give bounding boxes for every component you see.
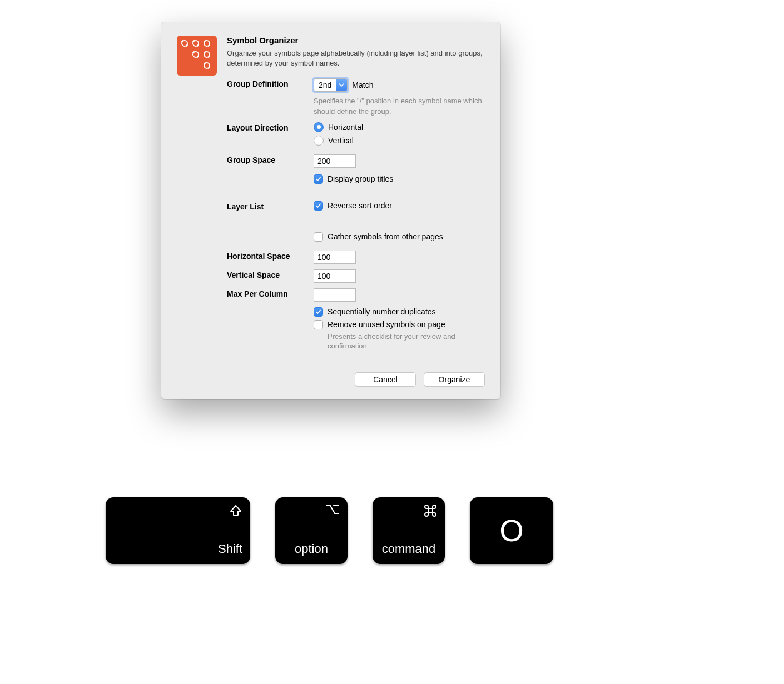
gather-symbols-checkbox[interactable]: Gather symbols from other pages [314,232,485,242]
match-label: Match [352,81,373,89]
cancel-button[interactable]: Cancel [355,372,416,387]
command-key: command [373,497,445,564]
shift-key-label: Shift [218,542,242,556]
gather-symbols-label: Gather symbols from other pages [328,232,443,241]
command-icon [424,504,437,520]
remove-unused-hint: Presents a checklist for your review and… [328,332,485,351]
group-definition-value: 2nd [314,79,336,91]
command-key-label: command [380,542,437,556]
checkbox-unchecked-icon [314,232,323,242]
organize-button[interactable]: Organize [424,372,485,387]
radio-checked-icon [314,122,324,132]
horizontal-space-input[interactable] [314,251,356,264]
radio-unchecked-icon [314,136,324,146]
max-per-column-label: Max Per Column [227,288,314,298]
checkbox-checked-icon [314,174,323,184]
chevron-down-icon [336,79,347,91]
o-key-label: O [499,512,524,548]
reverse-sort-label: Reverse sort order [328,201,392,210]
checkbox-checked-icon [314,201,323,211]
group-definition-hint: Specifies the "/" position in each symbo… [314,96,485,116]
horizontal-space-label: Horizontal Space [227,251,314,261]
o-key: O [470,497,553,564]
shift-key: Shift [106,497,250,564]
group-definition-select[interactable]: 2nd [314,78,348,92]
seq-number-label: Sequentially number duplicates [328,307,436,316]
symbol-organizer-dialog: Symbol Organizer Organize your symbols p… [161,22,500,399]
layout-vertical-label: Vertical [328,136,354,145]
dialog-title: Symbol Organizer [227,36,485,45]
remove-unused-label: Remove unused symbols on page [328,320,445,329]
vertical-space-label: Vertical Space [227,269,314,279]
layout-horizontal-radio[interactable]: Horizontal [314,122,485,132]
layer-list-label: Layer List [227,201,314,211]
remove-unused-checkbox[interactable]: Remove unused symbols on page [314,320,485,329]
layout-vertical-radio[interactable]: Vertical [314,136,485,146]
shift-icon [229,504,242,520]
reverse-sort-checkbox[interactable]: Reverse sort order [314,201,485,211]
layout-direction-label: Layout Direction [227,122,314,132]
group-definition-label: Group Definition [227,78,314,88]
symbol-organizer-app-icon [177,36,217,76]
checkbox-checked-icon [314,307,323,317]
group-space-label: Group Space [227,154,314,164]
layout-horizontal-label: Horizontal [328,123,363,132]
option-key-label: option [283,542,340,556]
option-key: option [275,497,348,564]
keyboard-shortcut: Shift option command O [106,497,553,564]
max-per-column-input[interactable] [314,288,356,302]
option-icon [325,504,340,517]
display-group-titles-checkbox[interactable]: Display group titles [314,174,485,184]
display-group-titles-label: Display group titles [328,174,393,183]
seq-number-checkbox[interactable]: Sequentially number duplicates [314,307,485,317]
group-space-input[interactable] [314,154,356,168]
checkbox-unchecked-icon [314,320,323,329]
dialog-description: Organize your symbols page alphabeticall… [227,48,485,68]
vertical-space-input[interactable] [314,269,356,283]
